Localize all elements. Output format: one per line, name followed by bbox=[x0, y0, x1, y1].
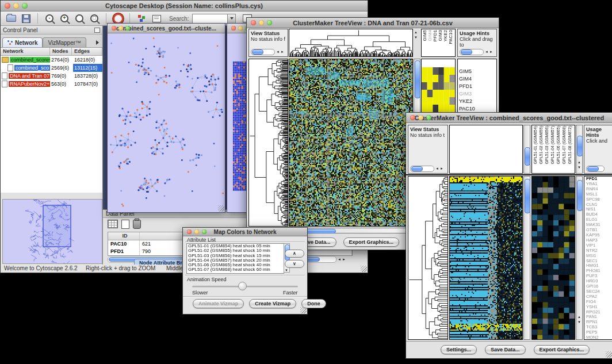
search-input[interactable] bbox=[192, 14, 236, 24]
gene-label[interactable]: YKE2 bbox=[458, 98, 496, 105]
treeview-button[interactable]: Settings... bbox=[441, 345, 477, 354]
gene-label[interactable]: GIM5 bbox=[458, 68, 496, 75]
zoom-out-button[interactable]: - bbox=[43, 13, 56, 25]
zoom-fit-button[interactable]: □ bbox=[87, 13, 101, 25]
scroll-right-icon[interactable]: ► bbox=[281, 49, 284, 54]
float-panel-icon[interactable] bbox=[94, 28, 100, 33]
scroll-right-icon[interactable]: ► bbox=[440, 166, 443, 171]
resize-grip[interactable] bbox=[606, 351, 612, 358]
resize-grip[interactable] bbox=[361, 266, 367, 272]
tab-network[interactable]: Network bbox=[2, 37, 43, 47]
zoom-window-button[interactable] bbox=[22, 3, 28, 9]
gene-label[interactable]: GIM3 bbox=[458, 90, 496, 98]
gene-label[interactable]: MON2 bbox=[584, 335, 612, 340]
close-button[interactable] bbox=[187, 229, 192, 234]
attribute-item[interactable]: GPL51-07 (GSM868) heat shock 60 min bbox=[187, 267, 284, 272]
close-button[interactable] bbox=[410, 115, 415, 120]
scroll-down-icon[interactable]: ▼ bbox=[577, 320, 581, 324]
column-label[interactable]: GPL51-02 (GSM855) bbox=[538, 126, 544, 164]
delete-attribute-icon[interactable] bbox=[133, 220, 141, 229]
treeview-button[interactable]: Export Graphics... bbox=[534, 345, 590, 354]
network-canvas[interactable] bbox=[108, 33, 224, 212]
zoom-window-button[interactable] bbox=[125, 26, 130, 30]
column-label[interactable]: GIM4 bbox=[427, 30, 433, 41]
column-label[interactable]: GPL51-07 (GSM868) bbox=[561, 126, 567, 164]
column-label[interactable]: PFD1 bbox=[433, 30, 438, 41]
gene-dendrogram[interactable] bbox=[408, 177, 447, 339]
gene-dendrogram[interactable] bbox=[249, 59, 288, 226]
status-scrollbar[interactable]: ◄ ► bbox=[251, 49, 284, 55]
column-label[interactable]: GPL51-01 (GSM854) bbox=[533, 126, 538, 164]
hints-scrollbar[interactable]: ◄ ► bbox=[460, 49, 493, 55]
scroll-up-icon[interactable]: ▲ bbox=[414, 30, 418, 35]
minimize-button[interactable] bbox=[194, 229, 199, 234]
search-dropdown-arrow[interactable] bbox=[227, 14, 235, 23]
treeview-titlebar[interactable]: ClusterMaker TreeView : DNA and Tran 07-… bbox=[247, 18, 499, 28]
minimize-button[interactable] bbox=[238, 26, 243, 30]
gene-label[interactable]: GIM4 bbox=[458, 75, 496, 83]
treeview-button[interactable]: Save Data... bbox=[485, 345, 526, 354]
column-header-id[interactable]: ID bbox=[108, 232, 140, 240]
scroll-right-icon[interactable]: ► bbox=[342, 257, 346, 262]
close-button[interactable] bbox=[251, 20, 256, 25]
scroll-down-icon[interactable]: ▼ bbox=[414, 35, 418, 40]
tab-overflow-button[interactable] bbox=[93, 38, 101, 47]
resize-grip[interactable] bbox=[300, 307, 307, 313]
minimize-button[interactable] bbox=[418, 115, 423, 120]
column-label[interactable]: GPL51-03 (GSM856) bbox=[544, 126, 550, 164]
birds-eye-view[interactable] bbox=[2, 199, 102, 264]
zoom-in-button[interactable]: + bbox=[58, 13, 71, 25]
network-row[interactable]: DNA and Tran 07 769(0) 183728(0) bbox=[1, 72, 102, 80]
scroll-down-icon[interactable]: ▼ bbox=[285, 268, 288, 273]
zoomed-heatmap[interactable] bbox=[422, 67, 455, 112]
scroll-left-icon[interactable]: ◄ bbox=[338, 257, 341, 262]
minimize-button[interactable] bbox=[13, 3, 19, 9]
column-header-edges[interactable]: Edges bbox=[72, 48, 102, 55]
column-tree-scrollbar[interactable] bbox=[523, 125, 530, 174]
network-row[interactable]: combined_scores 2764(0) 16218(0) bbox=[1, 56, 102, 64]
scroll-left-icon[interactable]: ◄ bbox=[435, 166, 439, 171]
treeview-button[interactable]: Export Graphics... bbox=[343, 237, 400, 247]
scroll-right-icon[interactable]: ► bbox=[489, 49, 493, 54]
select-attributes-icon[interactable] bbox=[108, 220, 118, 228]
minimize-button[interactable] bbox=[118, 26, 123, 30]
column-label[interactable]: GPL51-06 (GSM865) bbox=[556, 126, 561, 164]
column-label[interactable]: GIM5 bbox=[422, 30, 427, 41]
network-row-selected[interactable]: combined_sco 2569(6) 13112(15) bbox=[1, 64, 102, 72]
network-view-titlebar[interactable]: combined_scores_good.txt--cluste... bbox=[108, 24, 225, 33]
zoom-window-button[interactable] bbox=[426, 115, 431, 120]
open-session-button[interactable] bbox=[4, 13, 18, 25]
column-header-network[interactable]: Network bbox=[1, 48, 50, 55]
new-attribute-icon[interactable] bbox=[121, 220, 129, 229]
column-label[interactable]: GIM3 bbox=[438, 30, 443, 41]
gene-list-scrollbar[interactable]: ▲▼ bbox=[576, 176, 583, 340]
attribute-list-scrollbar[interactable]: ▲▼ bbox=[284, 243, 290, 273]
main-titlebar[interactable]: Cytoscape Desktop (Session Name: collins… bbox=[1, 1, 368, 12]
close-button[interactable] bbox=[231, 26, 236, 30]
hints-scrollbar[interactable] bbox=[586, 166, 605, 171]
minimize-button[interactable] bbox=[259, 20, 264, 25]
save-session-button[interactable] bbox=[19, 13, 33, 25]
scroll-up-icon[interactable]: ▲ bbox=[577, 315, 581, 319]
close-button[interactable] bbox=[5, 3, 10, 9]
dialog-button[interactable]: Animate Vizmap bbox=[193, 299, 244, 308]
column-dendrogram-panel[interactable] bbox=[449, 125, 523, 174]
gene-label[interactable]: PFD1 bbox=[458, 83, 496, 90]
treeview-titlebar[interactable]: ClusterMaker TreeView : combined_scores_… bbox=[406, 113, 612, 123]
resize-grip[interactable] bbox=[218, 205, 224, 212]
status-scrollbar[interactable]: ◄ ► bbox=[410, 166, 443, 171]
zoom-window-button[interactable] bbox=[267, 20, 272, 25]
heatmap-canvas[interactable] bbox=[450, 177, 522, 339]
zoomed-heatmap[interactable] bbox=[532, 177, 575, 339]
column-label[interactable]: PAC10 bbox=[448, 30, 453, 44]
move-up-button[interactable]: ∧ bbox=[285, 250, 304, 258]
heatmap-canvas[interactable] bbox=[289, 59, 412, 226]
scroll-left-icon[interactable]: ◄ bbox=[485, 49, 488, 54]
column-header-nodes[interactable]: Nodes bbox=[50, 48, 72, 55]
heatmap-vscrollbar[interactable] bbox=[523, 176, 530, 340]
close-button[interactable] bbox=[112, 26, 116, 30]
column-dendrogram[interactable] bbox=[289, 29, 412, 56]
scroll-left-icon[interactable]: ◄ bbox=[276, 49, 280, 54]
slider-thumb[interactable] bbox=[238, 282, 247, 290]
move-down-button[interactable]: ∨ bbox=[285, 260, 304, 268]
